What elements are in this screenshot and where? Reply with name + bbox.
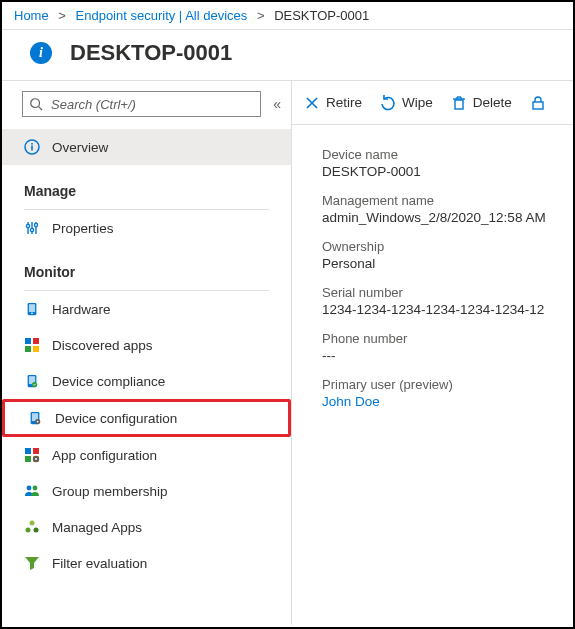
prop-phone: Phone number ---	[322, 331, 573, 363]
nav-app-configuration[interactable]: App configuration	[2, 437, 291, 473]
search-icon	[29, 97, 43, 111]
wipe-label: Wipe	[402, 95, 433, 110]
prop-value: DESKTOP-0001	[322, 164, 573, 179]
svg-point-32	[33, 486, 38, 491]
lock-icon	[530, 95, 546, 111]
prop-device-name: Device name DESKTOP-0001	[322, 147, 573, 179]
nav-device-compliance[interactable]: Device compliance	[2, 363, 291, 399]
nav-discovered-apps[interactable]: Discovered apps	[2, 327, 291, 363]
device-icon	[24, 301, 40, 317]
info-circle-icon	[24, 139, 40, 155]
x-icon	[304, 95, 320, 111]
svg-rect-17	[33, 346, 39, 352]
prop-serial: Serial number 1234-1234-1234-1234-1234-1…	[322, 285, 573, 317]
nav-filter-evaluation[interactable]: Filter evaluation	[2, 545, 291, 581]
svg-point-31	[27, 486, 32, 491]
nav-group-monitor: Monitor	[2, 246, 291, 286]
svg-point-35	[34, 528, 39, 533]
svg-point-24	[37, 421, 39, 423]
svg-line-1	[39, 107, 43, 111]
nav-device-configuration-label: Device configuration	[55, 411, 177, 426]
trash-icon	[451, 95, 467, 111]
properties-panel: Device name DESKTOP-0001 Management name…	[292, 125, 573, 409]
nav-managed-apps-label: Managed Apps	[52, 520, 142, 535]
svg-point-34	[26, 528, 31, 533]
breadcrumb-current: DESKTOP-0001	[274, 8, 369, 23]
sliders-icon	[24, 220, 40, 236]
primary-user-link[interactable]: John Doe	[322, 394, 573, 409]
delete-label: Delete	[473, 95, 512, 110]
page-header: i DESKTOP-0001	[2, 30, 573, 80]
nav-filter-evaluation-label: Filter evaluation	[52, 556, 147, 571]
svg-rect-12	[29, 304, 35, 312]
prop-value: 1234-1234-1234-1234-1234-1234-12	[322, 302, 573, 317]
prop-value: admin_Windows_2/8/2020_12:58 AM	[322, 210, 573, 225]
prop-management-name: Management name admin_Windows_2/8/2020_1…	[322, 193, 573, 225]
collapse-sidebar-icon[interactable]: «	[273, 96, 281, 112]
nav-hardware[interactable]: Hardware	[2, 291, 291, 327]
group-icon	[24, 483, 40, 499]
svg-rect-4	[31, 143, 33, 145]
svg-rect-25	[25, 448, 31, 454]
retire-button[interactable]: Retire	[304, 95, 362, 111]
page-title: DESKTOP-0001	[70, 40, 232, 66]
nav-managed-apps[interactable]: Managed Apps	[2, 509, 291, 545]
breadcrumb-home[interactable]: Home	[14, 8, 49, 23]
undo-icon	[380, 95, 396, 111]
prop-label: Primary user (preview)	[322, 377, 573, 392]
nav-group-membership[interactable]: Group membership	[2, 473, 291, 509]
prop-label: Device name	[322, 147, 573, 162]
svg-point-30	[35, 458, 37, 460]
breadcrumb-sep-2: >	[257, 8, 265, 23]
svg-rect-26	[33, 448, 39, 454]
app-config-icon	[24, 447, 40, 463]
search-input[interactable]	[49, 96, 254, 113]
nav-group-membership-label: Group membership	[52, 484, 168, 499]
wipe-button[interactable]: Wipe	[380, 95, 433, 111]
prop-value: ---	[322, 348, 573, 363]
search-box[interactable]	[22, 91, 261, 117]
nav-overview[interactable]: Overview	[2, 129, 291, 165]
breadcrumb: Home > Endpoint security | All devices >…	[2, 2, 573, 30]
nav-group-manage: Manage	[2, 165, 291, 205]
nav-device-configuration[interactable]: Device configuration	[2, 399, 291, 437]
svg-point-13	[31, 313, 33, 315]
prop-value: Personal	[322, 256, 573, 271]
prop-label: Phone number	[322, 331, 573, 346]
nav-properties-label: Properties	[52, 221, 114, 236]
nav-properties[interactable]: Properties	[2, 210, 291, 246]
svg-point-33	[30, 521, 35, 526]
device-config-icon	[27, 410, 43, 426]
svg-rect-14	[25, 338, 31, 344]
sidebar-nav: Overview Manage Properties Monitor	[2, 127, 291, 581]
delete-button[interactable]: Delete	[451, 95, 512, 111]
svg-rect-3	[31, 146, 33, 151]
prop-primary-user: Primary user (preview) John Doe	[322, 377, 573, 409]
breadcrumb-endpoint-security[interactable]: Endpoint security | All devices	[76, 8, 248, 23]
svg-rect-38	[455, 100, 463, 109]
nav-hardware-label: Hardware	[52, 302, 111, 317]
nav-overview-label: Overview	[52, 140, 108, 155]
prop-label: Ownership	[322, 239, 573, 254]
lock-button[interactable]	[530, 95, 552, 111]
svg-point-10	[34, 223, 37, 226]
svg-rect-43	[533, 102, 543, 109]
prop-ownership: Ownership Personal	[322, 239, 573, 271]
svg-rect-15	[33, 338, 39, 344]
apps-grid-icon	[24, 337, 40, 353]
nav-device-compliance-label: Device compliance	[52, 374, 165, 389]
content-pane: Retire Wipe Delete Dev	[292, 81, 573, 625]
filter-icon	[24, 555, 40, 571]
managed-apps-icon	[24, 519, 40, 535]
svg-rect-27	[25, 456, 31, 462]
sidebar: « Overview Manage Properties	[2, 81, 292, 625]
nav-app-configuration-label: App configuration	[52, 448, 157, 463]
command-bar: Retire Wipe Delete	[292, 81, 573, 125]
retire-label: Retire	[326, 95, 362, 110]
svg-point-8	[30, 228, 33, 231]
svg-point-0	[31, 99, 40, 108]
svg-point-6	[26, 224, 29, 227]
prop-label: Management name	[322, 193, 573, 208]
breadcrumb-sep-1: >	[58, 8, 66, 23]
info-icon: i	[30, 42, 52, 64]
